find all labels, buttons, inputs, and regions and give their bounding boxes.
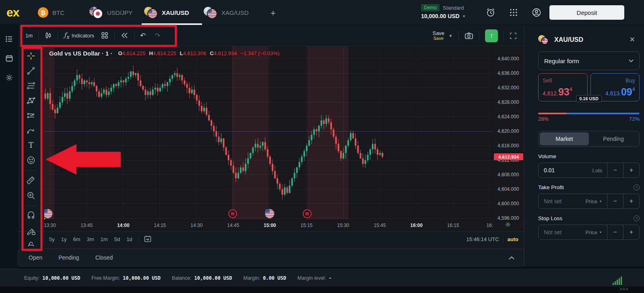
- screenshot-camera-icon[interactable]: [464, 32, 473, 40]
- xagusd-flags-icon: [204, 7, 217, 18]
- take-profit-input[interactable]: Not set: [539, 194, 585, 208]
- profile-icon[interactable]: [531, 7, 542, 18]
- sell-price: 4,612.934: [543, 86, 572, 98]
- xabcd-pattern-tool-icon[interactable]: [26, 96, 36, 105]
- axis-settings-gear-icon[interactable]: [504, 221, 512, 229]
- instrument-tab-btc[interactable]: ₿ BTC: [38, 0, 64, 25]
- lock-all-tool-icon[interactable]: [26, 241, 36, 246]
- emoji-tool-icon[interactable]: [26, 155, 36, 165]
- instrument-tab-usdjpy[interactable]: USD/JPY: [89, 0, 132, 25]
- positions-tab-pending[interactable]: Pending: [58, 254, 79, 261]
- utc-clock[interactable]: 15:46:14 UTC: [466, 236, 499, 242]
- tab-market[interactable]: Market: [540, 132, 589, 145]
- timezone-auto-toggle[interactable]: auto: [508, 236, 518, 242]
- deposit-button[interactable]: Deposit: [549, 5, 624, 20]
- apps-grid-icon[interactable]: [508, 7, 519, 18]
- save-chevron-down-icon[interactable]: ▼: [448, 33, 453, 38]
- range-button-5y[interactable]: 5y: [49, 236, 55, 242]
- trend-line-tool-icon[interactable]: [26, 66, 36, 76]
- long-position-tool-icon[interactable]: [26, 111, 36, 120]
- chart-plot-area[interactable]: Gold vs US Dollar · 1 · O4,614.225 H4,61…: [44, 46, 493, 219]
- collapse-chevron-up-icon[interactable]: [508, 255, 515, 260]
- status-label: Margin:: [244, 275, 260, 281]
- status-item: Margin:0.00 USD: [244, 275, 286, 281]
- stop-loss-input[interactable]: Not set: [539, 225, 585, 239]
- range-button-5d[interactable]: 5d: [114, 236, 120, 242]
- time-tick-label: 15:15: [297, 223, 315, 228]
- price-tick-label: 4,624.000: [497, 114, 519, 120]
- app-window: ex ₿ BTC USD/JPY XAU/USD XAG/USD +: [0, 0, 644, 293]
- layout-grid-icon[interactable]: [101, 31, 109, 39]
- publish-arrow-up-button[interactable]: ↑: [485, 29, 498, 42]
- stop-loss-input-row: Not set Price▼ − +: [538, 225, 640, 240]
- take-profit-plus-button[interactable]: +: [623, 194, 639, 208]
- account-switcher[interactable]: Demo Standard 10,000.00 USD ▼: [421, 4, 481, 19]
- volume-input[interactable]: 0.01: [539, 163, 592, 177]
- undo-icon[interactable]: ↶: [140, 31, 146, 40]
- buy-price: 4,613.094: [605, 86, 635, 98]
- chart-type-candles-icon[interactable]: [44, 31, 52, 39]
- status-item: Balance:10,000.00 USD: [172, 275, 232, 281]
- save-layout-button[interactable]: Save Save: [432, 31, 444, 41]
- redo-icon[interactable]: ↷: [155, 31, 160, 40]
- range-button-1d[interactable]: 1d: [126, 236, 132, 242]
- volume-plus-button[interactable]: +: [623, 163, 639, 177]
- take-profit-minus-button[interactable]: −: [607, 194, 623, 208]
- instrument-tab-xagusd[interactable]: XAG/USD: [204, 0, 249, 25]
- range-button-3m[interactable]: 3m: [87, 236, 94, 242]
- market-pause-marker[interactable]: [228, 209, 237, 218]
- crosshair-tool-icon[interactable]: [26, 51, 36, 61]
- xauusd-flags-icon: [538, 35, 550, 45]
- time-tick-label: 13:30: [44, 223, 59, 228]
- watchlist-menu-icon[interactable]: [5, 35, 14, 43]
- measure-ruler-tool-icon[interactable]: [26, 176, 36, 186]
- candlestick-canvas[interactable]: [44, 46, 493, 219]
- calendar-icon[interactable]: [5, 54, 14, 63]
- time-axis[interactable]: 13:3013:4514:0014:1514:3014:4515:0015:15…: [44, 219, 493, 231]
- tab-label: XAG/USD: [221, 9, 249, 16]
- indicators-button[interactable]: ƒx Indicators: [64, 31, 94, 40]
- stop-loss-help-icon[interactable]: ?: [634, 215, 640, 221]
- market-pause-marker[interactable]: [303, 209, 312, 218]
- status-value: 10,000.00 USD: [42, 275, 80, 281]
- exness-logo[interactable]: ex: [6, 6, 19, 19]
- close-icon[interactable]: ✕: [630, 35, 635, 44]
- zoom-in-tool-icon[interactable]: [26, 191, 36, 200]
- volume-minus-button[interactable]: −: [607, 163, 623, 177]
- tab-label: BTC: [52, 9, 64, 16]
- range-button-1m[interactable]: 1m: [101, 236, 108, 242]
- stop-loss-plus-button[interactable]: +: [623, 225, 639, 239]
- brush-tool-icon[interactable]: [26, 126, 36, 135]
- time-tick-label: 15:45: [371, 223, 389, 228]
- tab-pending[interactable]: Pending: [589, 132, 638, 145]
- range-button-1y[interactable]: 1y: [61, 236, 67, 242]
- stop-loss-mode-select[interactable]: Price▼: [585, 225, 607, 239]
- magnet-tool-icon[interactable]: [26, 211, 36, 221]
- timeframe-button[interactable]: 1m: [25, 33, 33, 39]
- add-instrument-button[interactable]: +: [270, 8, 276, 19]
- text-tool-icon[interactable]: T: [26, 140, 36, 150]
- account-status-bar: Equity:10,000.00 USDFree Margin:10,000.0…: [0, 269, 644, 287]
- price-tick-label: 4,600.000: [497, 201, 519, 206]
- rewind-replay-icon[interactable]: [120, 32, 128, 39]
- positions-bar: OpenPendingClosed: [18, 248, 524, 266]
- positions-tab-open[interactable]: Open: [29, 254, 42, 261]
- tab-label: XAU/USD: [162, 9, 189, 16]
- positions-tab-closed[interactable]: Closed: [95, 254, 113, 261]
- fib-retracement-tool-icon[interactable]: [26, 81, 36, 91]
- drawing-lock-pencil-icon[interactable]: [26, 226, 36, 236]
- status-value: -: [329, 275, 332, 281]
- stop-loss-minus-button[interactable]: −: [607, 225, 623, 239]
- settings-gear-icon[interactable]: [5, 73, 14, 82]
- take-profit-help-icon[interactable]: ?: [634, 184, 640, 190]
- volume-unit[interactable]: Lots: [592, 163, 607, 177]
- alerts-alarm-icon[interactable]: [485, 7, 496, 18]
- instrument-tab-xauusd[interactable]: XAU/USD: [144, 0, 189, 25]
- take-profit-mode-select[interactable]: Price▼: [585, 194, 607, 208]
- price-axis[interactable]: 4,640.0004,636.0004,632.0004,628.0004,62…: [493, 46, 524, 219]
- range-button-6m[interactable]: 6m: [73, 236, 80, 242]
- order-form-selector[interactable]: Regular form: [538, 52, 640, 70]
- status-item: Margin level:-: [297, 275, 332, 281]
- fullscreen-icon[interactable]: [510, 32, 517, 39]
- go-to-date-icon[interactable]: [143, 235, 152, 243]
